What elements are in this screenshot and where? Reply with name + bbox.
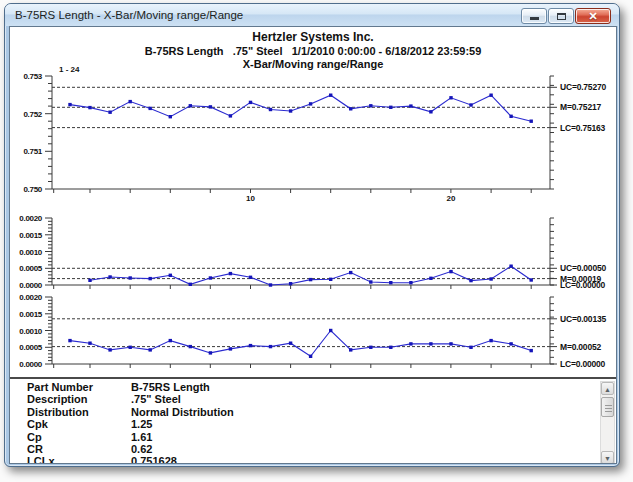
- moving-range-data-point: [489, 277, 492, 280]
- range-data-point: [349, 348, 352, 351]
- stats-row-value: 1.25: [131, 418, 152, 430]
- moving-range-data-point: [88, 279, 91, 282]
- range-data-point: [269, 345, 272, 348]
- range-data-point: [530, 349, 533, 352]
- range-uc-label: UC=0.00135: [560, 314, 606, 324]
- moving-range-data-point: [229, 272, 232, 275]
- stats-row-value: B-75RS Length: [131, 381, 210, 393]
- xbar-ytick-label: 0.753: [23, 72, 42, 81]
- maximize-button[interactable]: [548, 8, 574, 24]
- range-data-point: [88, 342, 91, 345]
- xbar-lc-label: LC=0.75163: [560, 123, 605, 133]
- moving-range-data-point: [289, 282, 292, 285]
- xbar-data-point: [449, 96, 452, 99]
- xbar-data-point: [209, 105, 212, 108]
- range-data-point: [469, 346, 472, 349]
- range-data-point: [169, 339, 172, 342]
- stats-row: Part NumberB-75RS Length: [10, 381, 616, 393]
- moving-range-data-point: [149, 277, 152, 280]
- range-data-point: [149, 348, 152, 351]
- xbar-series-line: [70, 95, 531, 121]
- scroll-up-button[interactable]: ▲: [601, 382, 614, 395]
- range-data-point: [449, 342, 452, 345]
- xbar-data-point: [189, 104, 192, 107]
- moving-range-data-point: [309, 278, 312, 281]
- moving-range-uc-label: UC=0.00050: [560, 263, 606, 273]
- stats-row-value: 0.751628: [131, 455, 177, 464]
- range-data-point: [249, 344, 252, 347]
- range-ytick-label: 0.0015: [19, 310, 43, 319]
- control-charts: 0.7500.7510.7520.7531020UC=0.75270M=0.75…: [10, 61, 617, 377]
- xbar-data-point: [129, 100, 132, 103]
- xbar-data-point: [249, 101, 252, 104]
- range-ytick-label: 0.0010: [19, 327, 43, 336]
- scrollbar-thumb[interactable]: [601, 397, 614, 417]
- xbar-subgroup-range-label: 1 - 24: [59, 65, 80, 74]
- moving-range-lc-label: LC=0.00000: [560, 280, 605, 290]
- stats-row-value: Normal Distribution: [131, 406, 234, 418]
- moving-range-data-point: [449, 270, 452, 273]
- stats-row: Description.75" Steel: [10, 393, 616, 405]
- xbar-data-point: [108, 111, 111, 114]
- xbar-data-point: [149, 107, 152, 110]
- scroll-down-button[interactable]: ▼: [601, 451, 614, 464]
- xbar-data-point: [329, 94, 332, 97]
- xbar-data-point: [349, 107, 352, 110]
- stats-row-label: Distribution: [27, 406, 89, 418]
- moving-range-data-point: [209, 276, 212, 279]
- minimize-button[interactable]: [521, 8, 547, 24]
- moving-range-chart: 0.00000.00050.00100.00150.0020UC=0.00050…: [19, 214, 606, 290]
- moving-range-data-point: [329, 278, 332, 281]
- range-data-point: [429, 342, 432, 345]
- xbar-data-point: [389, 106, 392, 109]
- moving-range-data-point: [108, 275, 111, 278]
- window-controls: ✕: [521, 8, 611, 24]
- xbar-data-point: [269, 108, 272, 111]
- stats-row: LCLx0.751628: [10, 455, 616, 464]
- close-button[interactable]: ✕: [575, 8, 611, 24]
- company-title: Hertzler Systems Inc.: [10, 30, 616, 44]
- stats-row: Cp1.61: [10, 431, 616, 443]
- moving-range-ytick-label: 0.0005: [19, 264, 43, 273]
- range-data-point: [229, 347, 232, 350]
- xbar-data-point: [489, 94, 492, 97]
- range-data-point: [509, 342, 512, 345]
- moving-range-ytick-label: 0.0010: [19, 248, 43, 257]
- range-data-point: [129, 346, 132, 349]
- xbar-data-point: [309, 102, 312, 105]
- xbar-uc-label: UC=0.75270: [560, 82, 606, 92]
- moving-range-data-point: [129, 276, 132, 279]
- xbar-data-point: [429, 110, 432, 113]
- range-data-point: [189, 345, 192, 348]
- title-bar[interactable]: B-75RS Length - X-Bar/Moving range/Range…: [5, 4, 619, 26]
- moving-range-series-line: [90, 266, 531, 285]
- range-data-point: [389, 346, 392, 349]
- stats-scrollbar[interactable]: ▲ ▼: [600, 381, 615, 464]
- moving-range-data-point: [409, 281, 412, 284]
- part-and-daterange: B-75RS Length .75" Steel 1/1/2010 0:00:0…: [10, 45, 616, 57]
- stats-row: DistributionNormal Distribution: [10, 406, 616, 418]
- xbar-xtick-label: 20: [446, 194, 455, 203]
- range-data-point: [489, 339, 492, 342]
- moving-range-data-point: [509, 265, 512, 268]
- moving-range-data-point: [469, 279, 472, 282]
- minimize-icon: [530, 17, 539, 20]
- moving-range-ytick-label: 0.0015: [19, 231, 43, 240]
- xbar-m-label: M=0.75217: [560, 102, 601, 112]
- range-m-label: M=0.00052: [560, 342, 601, 352]
- stats-row-label: Part Number: [27, 381, 93, 393]
- range-data-point: [108, 348, 111, 351]
- range-ytick-label: 0.0020: [19, 293, 43, 302]
- stats-row-label: LCLx: [27, 455, 55, 464]
- moving-range-data-point: [249, 276, 252, 279]
- range-data-point: [309, 355, 312, 358]
- xbar-chart: 0.7500.7510.7520.7531020UC=0.75270M=0.75…: [23, 65, 606, 203]
- range-data-point: [329, 329, 332, 332]
- stats-row-label: Cpk: [27, 418, 48, 430]
- xbar-data-point: [169, 115, 172, 118]
- xbar-xtick-label: 10: [246, 194, 255, 203]
- range-lc-label: LC=0.00000: [560, 359, 605, 369]
- stats-row: Cpk1.25: [10, 418, 616, 430]
- range-data-point: [68, 339, 71, 342]
- thumb-grip: [605, 408, 612, 409]
